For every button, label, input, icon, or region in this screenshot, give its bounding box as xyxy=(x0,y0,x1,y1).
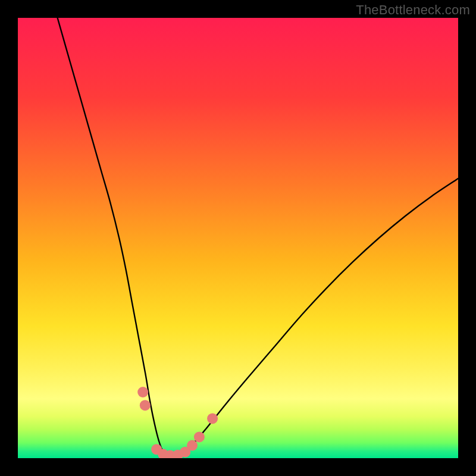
highlight-dot xyxy=(137,387,148,397)
highlight-dot xyxy=(207,413,218,424)
curve-layer xyxy=(18,18,458,458)
highlight-dot xyxy=(140,400,151,411)
highlight-dot xyxy=(194,431,205,442)
chart-stage: TheBottleneck.com xyxy=(0,0,476,476)
highlight-dot xyxy=(187,440,198,451)
plot-area xyxy=(18,18,458,458)
bottleneck-curve xyxy=(58,18,458,456)
watermark-text: TheBottleneck.com xyxy=(356,2,470,18)
